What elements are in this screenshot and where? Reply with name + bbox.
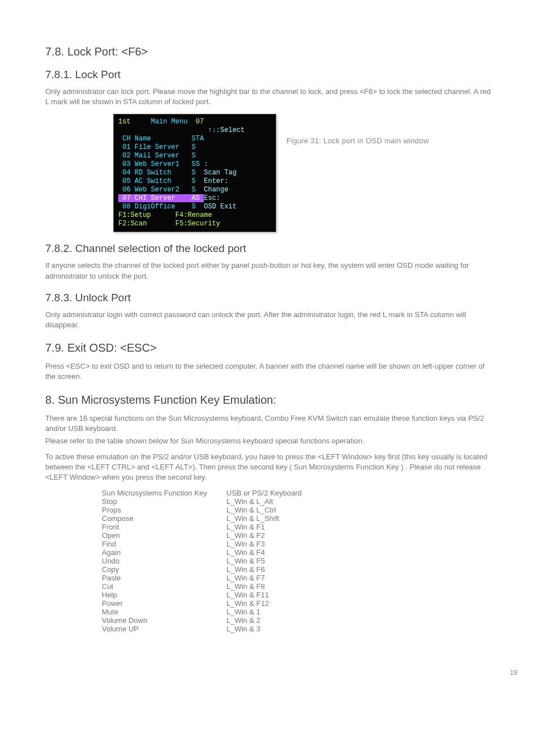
keyboard-combo: L_Win & F1: [226, 523, 340, 531]
keyboard-combo: L_Win & 3: [226, 625, 340, 633]
sun-function-key: Mute: [102, 608, 226, 616]
table-row: Sun Microsystems Function KeyUSB or PS/2…: [102, 489, 495, 497]
keyboard-combo: L_Win & F7: [226, 574, 340, 582]
table-row: OpenL_Win & F2: [102, 531, 495, 540]
keyboard-combo: L_Win & 1: [226, 608, 340, 616]
heading-7-8-2: 7.8.2. Channel selection of the locked p…: [45, 242, 495, 255]
paragraph-8c: To active these emulation on the PS/2 an…: [45, 452, 495, 483]
keyboard-combo: L_Win & F3: [226, 540, 340, 548]
table-row: ComposeL_Win & L_Shift: [102, 514, 495, 523]
paragraph-8a: There are 16 special functions on the Su…: [45, 413, 495, 434]
table-row: CutL_Win & F8: [102, 582, 495, 591]
table-row: HelpL_Win & F11: [102, 591, 495, 599]
sun-function-key: Help: [102, 591, 226, 599]
table-row: AgainL_Win & F4: [102, 548, 495, 557]
keyboard-combo: L_Win & F12: [226, 599, 340, 608]
paragraph-7-8-2: If anyone selects the channel of the loc…: [45, 260, 495, 281]
table-row: Volume DownL_Win & 2: [102, 616, 495, 625]
heading-7-8-1: 7.8.1. Lock Port: [45, 69, 495, 81]
sun-function-key: Copy: [102, 565, 226, 574]
sun-key-table: Sun Microsystems Function KeyUSB or PS/2…: [102, 489, 495, 633]
keyboard-combo: USB or PS/2 Keyboard: [226, 489, 340, 497]
table-row: PowerL_Win & F12: [102, 599, 495, 608]
figure-31-caption: Figure 31: Lock port in OSD main window: [286, 114, 495, 145]
table-row: MuteL_Win & 1: [102, 608, 495, 616]
keyboard-combo: L_Win & L_Ctrl: [226, 506, 340, 514]
keyboard-combo: L_Win & F6: [226, 565, 340, 574]
sun-function-key: Open: [102, 531, 226, 540]
paragraph-7-8-1: Only administrator can lock port. Please…: [45, 87, 495, 107]
heading-8: 8. Sun Microsystems Function Key Emulati…: [45, 394, 495, 407]
sun-function-key: Front: [102, 523, 226, 531]
figure-31-row: 1st Main Menu 07 ↑↓:Select CH Name STA 0…: [45, 114, 495, 232]
keyboard-combo: L_Win & L_Alt: [226, 497, 340, 506]
heading-7-9: 7.9. Exit OSD: <ESC>: [45, 341, 495, 354]
keyboard-combo: L_Win & F5: [226, 557, 340, 565]
sun-function-key: Paste: [102, 574, 226, 582]
sun-function-key: Props: [102, 506, 226, 514]
table-row: UndoL_Win & F5: [102, 557, 495, 565]
sun-function-key: Compose: [102, 514, 226, 523]
heading-7-8: 7.8. Lock Port: <F6>: [45, 45, 495, 58]
table-row: StopL_Win & L_Alt: [102, 497, 495, 506]
table-row: PasteL_Win & F7: [102, 574, 495, 582]
sun-function-key: Stop: [102, 497, 226, 506]
sun-function-key: Power: [102, 599, 226, 608]
keyboard-combo: L_Win & 2: [226, 616, 340, 625]
table-row: Volume UPL_Win & 3: [102, 625, 495, 633]
table-row: FindL_Win & F3: [102, 540, 495, 548]
paragraph-7-8-3: Only administrator login with correct pa…: [45, 310, 495, 330]
sun-function-key: Undo: [102, 557, 226, 565]
keyboard-combo: L_Win & F8: [226, 582, 340, 591]
table-row: PropsL_Win & L_Ctrl: [102, 506, 495, 514]
sun-function-key: Cut: [102, 582, 226, 591]
keyboard-combo: L_Win & F4: [226, 548, 340, 557]
sun-function-key: Again: [102, 548, 226, 557]
sun-function-key: Sun Microsystems Function Key: [102, 489, 226, 497]
sun-function-key: Volume Down: [102, 616, 226, 625]
paragraph-7-9: Press <ESC> to exit OSD and to return to…: [45, 361, 495, 382]
page-number: 19: [510, 669, 517, 677]
keyboard-combo: L_Win & F11: [226, 591, 340, 599]
paragraph-8b: Please refer to the table shown below fo…: [45, 436, 495, 446]
keyboard-combo: L_Win & F2: [226, 531, 340, 540]
sun-function-key: Find: [102, 540, 226, 548]
table-row: FrontL_Win & F1: [102, 523, 495, 531]
osd-screenshot: 1st Main Menu 07 ↑↓:Select CH Name STA 0…: [113, 114, 276, 232]
sun-function-key: Volume UP: [102, 625, 226, 633]
table-row: CopyL_Win & F6: [102, 565, 495, 574]
keyboard-combo: L_Win & L_Shift: [226, 514, 340, 523]
heading-7-8-3: 7.8.3. Unlock Port: [45, 292, 495, 304]
